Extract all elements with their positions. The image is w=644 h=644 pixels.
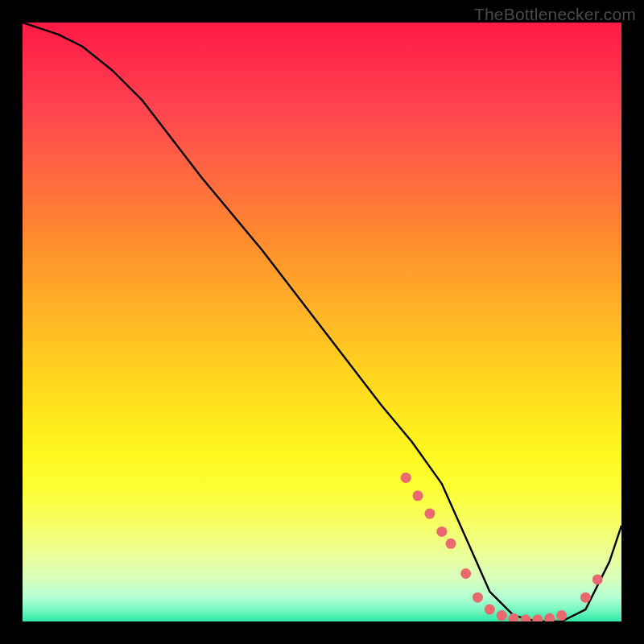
highlight-marker (460, 568, 471, 579)
bottleneck-curve-path (23, 23, 621, 621)
highlight-marker (413, 490, 423, 501)
highlight-marker (580, 592, 591, 603)
bottleneck-curve (23, 23, 621, 621)
watermark-label: TheBottlenecker.com (474, 5, 636, 24)
highlight-marker (497, 610, 507, 621)
highlight-marker-group (401, 473, 603, 621)
highlight-marker (436, 526, 447, 537)
highlight-marker (424, 509, 435, 519)
highlight-marker (532, 614, 543, 621)
highlight-marker (592, 574, 603, 584)
highlight-marker (521, 614, 531, 621)
chart-frame (23, 23, 621, 621)
highlight-marker (509, 613, 519, 621)
highlight-marker (544, 613, 555, 621)
highlight-marker (401, 473, 411, 483)
highlight-marker (473, 592, 483, 603)
chart-overlay (23, 23, 621, 621)
highlight-marker (556, 610, 567, 621)
highlight-marker (485, 605, 495, 615)
highlight-marker (446, 539, 456, 549)
